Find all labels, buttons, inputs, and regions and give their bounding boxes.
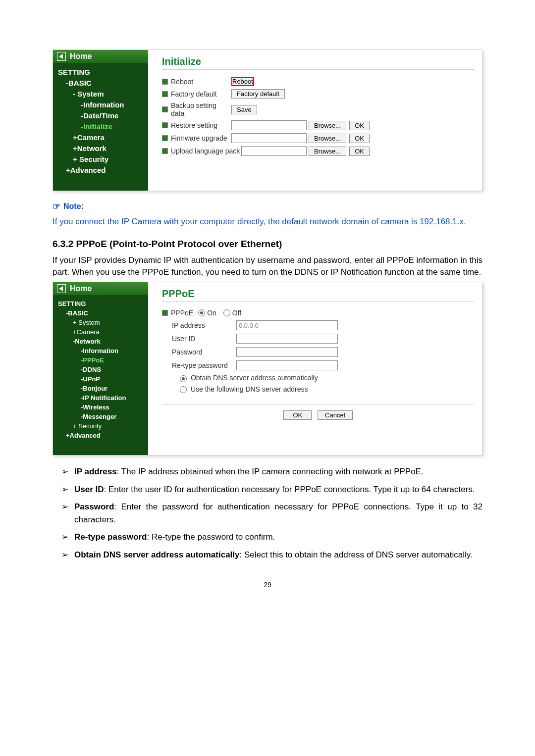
list-item: Re-type password: Re-type the password t… [53,531,482,544]
label-userid: User ID [172,335,236,343]
nav-network[interactable]: +Network [58,143,148,154]
nav-advanced[interactable]: +Advanced [58,431,148,440]
bullet-icon [162,135,168,141]
nav-information[interactable]: -Information [58,100,148,110]
ok-button[interactable]: OK [349,134,370,143]
list-item: User ID: Enter the user ID for authentic… [53,483,482,496]
pointing-hand-icon: ☞ [53,201,60,212]
back-arrow-icon [57,284,66,293]
label-pppoe: PPPoE [171,309,193,317]
page-number: 29 [53,581,482,589]
label-ip: IP address [172,321,236,329]
home-button[interactable]: Home [53,282,148,295]
nav-information[interactable]: -Information [58,346,148,355]
reboot-button[interactable]: Reboot [231,77,254,86]
label-factory: Factory default [171,90,217,98]
note-label: Note: [63,202,84,211]
label-password: Password [172,348,236,356]
radio-dns-manual[interactable] [180,386,187,393]
nav-network[interactable]: -Network [58,337,148,346]
save-button[interactable]: Save [231,105,257,114]
ip-address-field [236,320,338,330]
bullet-icon [162,79,168,85]
ok-button[interactable]: OK [283,410,312,420]
sidebar: Home SETTING -BASIC + System +Camera -Ne… [53,282,148,455]
section-heading: 6.3.2 PPPoE (Point-to-Point Protocol ove… [53,239,482,250]
bullet-icon [162,310,168,316]
list-item: Obtain DNS server address automatically:… [53,549,482,561]
label-restore: Restore setting [171,121,217,129]
radio-dns-auto[interactable] [180,375,187,382]
restore-file-input[interactable] [231,120,307,130]
nav-tree: SETTING -BASIC - System -Information -Da… [53,63,148,191]
nav-security[interactable]: + Security [58,154,148,165]
list-item: Password: Enter the password for authent… [53,501,482,526]
label-dns-auto: Obtain DNS server address automatically [191,374,318,382]
home-label: Home [70,52,92,61]
nav-messenger[interactable]: -Messenger [58,412,148,421]
bullet-icon [162,148,168,154]
nav-advanced[interactable]: +Advanced [58,165,148,176]
radio-on[interactable] [198,309,205,316]
nav-setting[interactable]: SETTING [58,299,148,308]
password-field[interactable] [236,347,338,357]
bullet-icon [162,106,168,112]
content-panel: PPPoE PPPoE On Off IP address User ID Pa… [148,282,482,455]
content-panel: Initialize Reboot Reboot Factory default… [148,50,482,191]
radio-off[interactable] [223,309,230,316]
browse-button[interactable]: Browse... [309,134,346,143]
nav-initialize[interactable]: -Initialize [58,121,148,132]
nav-bonjour[interactable]: -Bonjour [58,384,148,393]
label-backup: Backup setting data [171,101,231,117]
browse-button[interactable]: Browse... [309,121,346,130]
description-list: IP address: The IP address obtained when… [53,465,482,561]
sidebar: Home SETTING -BASIC - System -Informatio… [53,50,148,191]
nav-ipnotification[interactable]: -IP Notification [58,393,148,403]
firmware-file-input[interactable] [231,133,307,143]
page-title: PPPoE [162,288,474,302]
label-reboot: Reboot [171,78,193,86]
page-title: Initialize [162,56,474,70]
list-item: IP address: The IP address obtained when… [53,465,482,478]
section-intro: If your ISP provides Dynamic IP with aut… [53,254,482,278]
bullet-icon [162,91,168,97]
retype-password-field[interactable] [236,360,338,370]
nav-security[interactable]: + Security [58,421,148,431]
nav-camera[interactable]: +Camera [58,327,148,337]
cancel-button[interactable]: Cancel [318,410,352,420]
home-button[interactable]: Home [53,50,148,63]
nav-basic[interactable]: -BASIC [58,308,148,318]
ok-button[interactable]: OK [349,121,370,130]
home-label: Home [70,284,92,293]
nav-pppoe[interactable]: -PPPoE [58,355,148,365]
browse-button[interactable]: Browse... [309,147,346,156]
nav-camera[interactable]: +Camera [58,132,148,143]
factory-default-button[interactable]: Factory default [231,89,285,99]
label-upload: Upload language pack [171,147,240,155]
nav-system[interactable]: + System [58,318,148,327]
label-firmware: Firmware upgrade [171,134,227,142]
note-text: If you connect the IP Camera with your c… [53,216,482,228]
nav-upnp[interactable]: -UPnP [58,374,148,384]
nav-datetime[interactable]: -Date/Time [58,110,148,121]
ok-button[interactable]: OK [349,147,370,156]
nav-tree: SETTING -BASIC + System +Camera -Network… [53,295,148,455]
label-retype: Re-type password [172,361,236,369]
back-arrow-icon [57,52,66,61]
nav-setting[interactable]: SETTING [58,67,148,78]
language-file-input[interactable] [241,146,307,156]
nav-basic[interactable]: -BASIC [58,78,148,89]
nav-system[interactable]: - System [58,89,148,100]
screenshot-initialize: Home SETTING -BASIC - System -Informatio… [53,50,482,191]
bullet-icon [162,122,168,128]
nav-ddns[interactable]: -DDNS [58,365,148,374]
nav-wireless[interactable]: -Wireless [58,403,148,412]
userid-field[interactable] [236,334,338,344]
radio-off-label: Off [232,309,241,317]
note-heading: ☞ Note: [53,201,482,212]
radio-on-label: On [207,309,216,317]
label-dns-manual: Use the following DNS server address [191,385,308,393]
screenshot-pppoe: Home SETTING -BASIC + System +Camera -Ne… [53,282,482,455]
